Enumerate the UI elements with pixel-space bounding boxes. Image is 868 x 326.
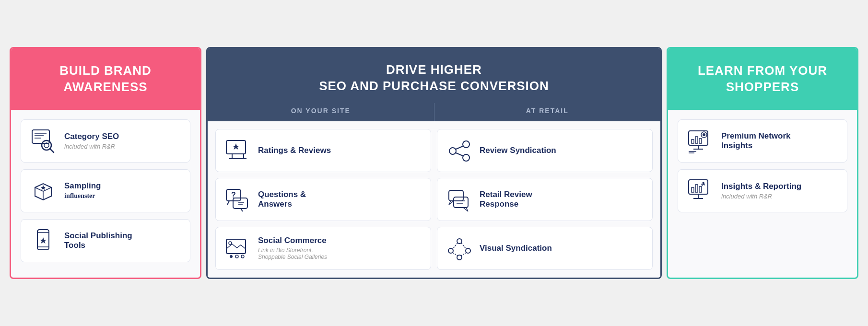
review-syndication-text: Review Syndication [480, 146, 556, 155]
svg-line-24 [456, 146, 463, 149]
ratings-reviews-title: Ratings & Reviews [258, 146, 331, 155]
visual-syndication-icon [446, 235, 473, 262]
mid-subheader: ON YOUR SITE AT RETAIL [208, 103, 660, 121]
sampling-icon [30, 177, 57, 204]
svg-point-43 [241, 255, 244, 258]
sampling-card: Sampling influenster [21, 169, 190, 212]
qa-text: Questions &Answers [258, 190, 306, 209]
category-seo-card: Category SEO included with R&R [21, 119, 190, 163]
svg-rect-54 [695, 137, 698, 143]
category-seo-text: Category SEO included with R&R [64, 132, 119, 150]
svg-rect-65 [699, 186, 702, 192]
svg-point-22 [449, 148, 456, 154]
sampling-title: Sampling [64, 181, 101, 191]
svg-rect-53 [692, 140, 694, 143]
category-seo-title: Category SEO [64, 132, 119, 141]
sampling-subtitle: influenster [64, 192, 101, 200]
premium-insights-title: Premium NetworkInsights [721, 131, 791, 151]
social-publishing-title: Social PublishingTools [64, 231, 132, 250]
svg-point-45 [448, 248, 453, 253]
insights-reporting-title: Insights & Reporting [721, 182, 801, 191]
svg-line-5 [50, 149, 54, 152]
svg-point-44 [457, 239, 462, 244]
ratings-reviews-card: Ratings & Reviews [215, 129, 431, 172]
social-publishing-text: Social PublishingTools [64, 231, 132, 250]
left-panel: BUILD BRANDAWARENESS Cate [10, 47, 201, 279]
svg-line-49 [461, 243, 466, 249]
review-syndication-title: Review Syndication [480, 146, 556, 155]
svg-rect-55 [699, 139, 702, 143]
premium-insights-card: Premium NetworkInsights [678, 119, 847, 163]
svg-rect-0 [32, 130, 49, 143]
svg-point-40 [229, 242, 232, 244]
svg-marker-36 [463, 208, 468, 211]
on-your-site-label: ON YOUR SITE [208, 103, 434, 121]
social-commerce-subtitle: Link in Bio Storefront,Shoppable Social … [258, 247, 327, 260]
svg-rect-35 [454, 197, 468, 208]
visual-syndication-text: Visual Syndication [480, 244, 552, 253]
svg-marker-15 [40, 237, 47, 244]
right-body: Premium NetworkInsights [668, 110, 857, 278]
social-publishing-icon [30, 227, 57, 254]
social-publishing-card: Social PublishingTools [21, 219, 190, 262]
insights-reporting-subtitle: included with R&R [721, 193, 801, 200]
ratings-reviews-text: Ratings & Reviews [258, 146, 331, 155]
svg-point-42 [235, 255, 238, 258]
retail-review-title: Retail ReviewResponse [480, 190, 532, 209]
qa-title: Questions &Answers [258, 190, 306, 209]
svg-point-21 [463, 141, 469, 148]
visual-syndication-title: Visual Syndication [480, 244, 552, 253]
right-panel: LEARN FROM YOURSHOPPERS [667, 47, 858, 279]
social-commerce-text: Social Commerce Link in Bio Storefront,S… [258, 236, 327, 260]
sampling-text: Sampling influenster [64, 181, 101, 200]
insights-reporting-text: Insights & Reporting included with R&R [721, 182, 801, 200]
svg-point-47 [457, 255, 462, 260]
svg-marker-34 [449, 201, 454, 205]
retail-review-icon [446, 186, 473, 213]
social-commerce-card: Social Commerce Link in Bio Storefront,S… [215, 227, 431, 270]
svg-rect-63 [692, 187, 694, 192]
category-seo-subtitle: included with R&R [64, 143, 119, 150]
retail-review-text: Retail ReviewResponse [480, 190, 532, 209]
svg-point-23 [463, 154, 469, 161]
qa-card: ? Questions &Answers [215, 178, 431, 221]
svg-line-48 [453, 243, 457, 249]
premium-insights-icon [687, 128, 714, 154]
right-header: LEARN FROM YOURSHOPPERS [668, 48, 857, 110]
social-commerce-icon [224, 235, 251, 262]
svg-point-41 [230, 255, 233, 258]
svg-line-25 [456, 153, 463, 156]
social-commerce-title: Social Commerce [258, 236, 327, 245]
visual-syndication-card: Visual Syndication [437, 227, 653, 270]
review-syndication-icon [446, 137, 473, 164]
svg-line-51 [461, 253, 466, 256]
svg-rect-33 [449, 190, 463, 201]
left-header: BUILD BRANDAWARENESS [11, 48, 200, 110]
left-body: Category SEO included with R&R [11, 110, 200, 278]
mid-panel: DRIVE HIGHERSEO AND PURCHASE CONVERSION … [206, 47, 662, 279]
svg-line-50 [453, 253, 457, 256]
insights-reporting-icon [687, 177, 714, 204]
svg-marker-11 [41, 185, 46, 190]
review-syndication-card: Review Syndication [437, 129, 653, 172]
qa-icon: ? [224, 186, 251, 213]
svg-line-28 [227, 201, 229, 205]
svg-rect-64 [695, 185, 698, 192]
insights-reporting-card: Insights & Reporting included with R&R [678, 169, 847, 212]
mid-body: Ratings & Reviews Review Syndication [208, 121, 660, 278]
premium-insights-text: Premium NetworkInsights [721, 131, 791, 151]
page-wrapper: BUILD BRANDAWARENESS Cate [10, 47, 858, 279]
ratings-reviews-icon [224, 137, 251, 164]
svg-point-46 [466, 248, 470, 253]
mid-header: DRIVE HIGHERSEO AND PURCHASE CONVERSION [208, 48, 660, 103]
retail-review-card: Retail ReviewResponse [437, 178, 653, 221]
category-seo-icon [30, 128, 57, 154]
at-retail-label: AT RETAIL [434, 103, 661, 121]
svg-marker-66 [701, 182, 705, 186]
svg-marker-20 [233, 143, 239, 150]
svg-point-57 [703, 133, 705, 136]
